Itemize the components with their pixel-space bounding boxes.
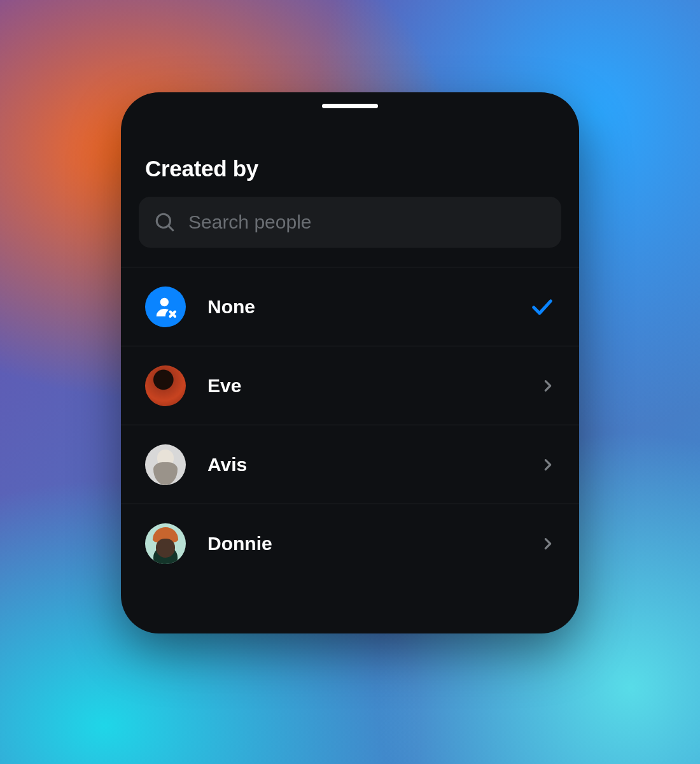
list-item-donnie[interactable]: Donnie <box>121 504 579 583</box>
chevron-right-icon <box>541 537 555 551</box>
svg-line-1 <box>169 226 173 230</box>
person-none-icon <box>145 286 186 327</box>
list-item-label: Eve <box>207 375 541 397</box>
search-field[interactable] <box>139 197 561 248</box>
search-icon <box>154 211 176 233</box>
people-list: None Eve Avis <box>121 267 579 583</box>
filter-sheet: Created by <box>121 92 579 633</box>
list-item-label: None <box>207 296 529 318</box>
search-input[interactable] <box>188 211 546 233</box>
sheet-title: Created by <box>145 156 555 181</box>
search-container <box>121 197 579 267</box>
checkmark-icon <box>529 294 555 320</box>
list-item-label: Donnie <box>207 533 541 555</box>
list-item-none[interactable]: None <box>121 267 579 346</box>
avatar <box>145 365 186 406</box>
sheet-grabber[interactable] <box>322 104 378 108</box>
svg-point-2 <box>160 297 169 306</box>
avatar <box>145 523 186 564</box>
chevron-right-icon <box>541 379 555 393</box>
chevron-right-icon <box>541 458 555 472</box>
list-item-label: Avis <box>207 454 541 476</box>
list-item-eve[interactable]: Eve <box>121 346 579 425</box>
avatar <box>145 444 186 485</box>
list-item-avis[interactable]: Avis <box>121 425 579 504</box>
